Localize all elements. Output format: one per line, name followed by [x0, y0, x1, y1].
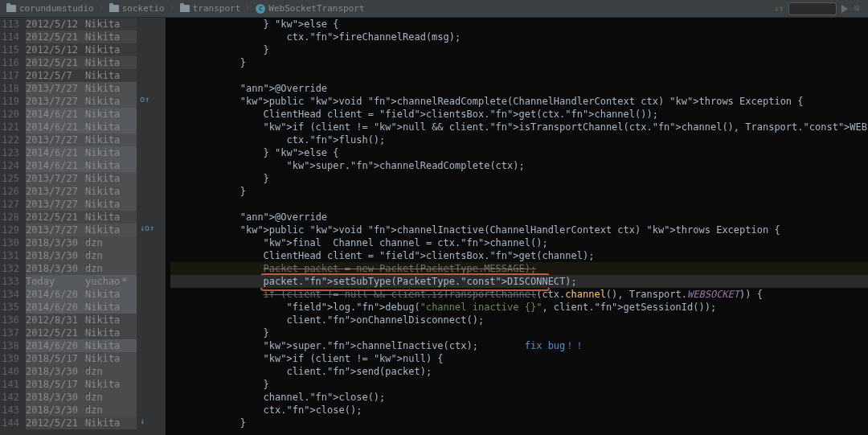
line-number[interactable]: 139: [0, 352, 19, 365]
code-line[interactable]: } "kw">else {: [170, 146, 868, 159]
code-line[interactable]: }: [170, 43, 868, 56]
line-number[interactable]: 117: [0, 69, 19, 82]
annotation-row[interactable]: 2012/5/12Nikita: [26, 18, 137, 31]
code-line[interactable]: "ann">@Override: [170, 82, 868, 95]
line-number[interactable]: 114: [0, 31, 19, 43]
code-line[interactable]: ClientHead client = "field">clientsBox."…: [170, 108, 868, 121]
code-line[interactable]: ctx."fn">fireChannelRead(msg);: [170, 31, 868, 43]
code-line[interactable]: }: [170, 172, 868, 185]
line-number[interactable]: 137: [0, 326, 19, 339]
code-line[interactable]: "kw">final Channel channel = ctx."fn">ch…: [170, 236, 868, 249]
line-number[interactable]: 136: [0, 314, 19, 326]
line-number[interactable]: 125: [0, 172, 19, 185]
annotation-row[interactable]: 2018/5/17Nikita: [26, 378, 137, 391]
annotation-row[interactable]: 2013/7/27Nikita: [26, 198, 137, 211]
vcs-status-icon[interactable]: ↓↑: [774, 4, 784, 13]
annotation-row[interactable]: 2012/5/21Nikita: [26, 211, 137, 224]
annotation-row[interactable]: 2012/8/31Nikita: [26, 314, 137, 326]
annotation-row[interactable]: 2013/7/27Nikita: [26, 172, 137, 185]
annotation-row[interactable]: 2014/6/20Nikita: [26, 288, 137, 301]
code-line[interactable]: ctx."fn">close();: [170, 404, 868, 417]
code-line[interactable]: }: [170, 417, 868, 429]
line-number[interactable]: 126: [0, 185, 19, 198]
code-area[interactable]: } "kw">else { ctx."fn">fireChannelRead(m…: [166, 18, 868, 435]
code-line[interactable]: packet."fn">setSubType(PacketType."const…: [170, 275, 868, 288]
stop-icon[interactable]: ⛭: [853, 3, 862, 14]
code-line[interactable]: ctx."fn">flush();: [170, 133, 868, 146]
line-number[interactable]: 140: [0, 365, 19, 378]
line-number[interactable]: 134: [0, 288, 19, 301]
code-line[interactable]: "ann">@Override: [170, 211, 868, 224]
annotation-row[interactable]: 2018/3/30dzn: [26, 404, 137, 417]
code-line[interactable]: "field">log."fn">debug("channel inactive…: [170, 301, 868, 314]
line-number[interactable]: 129: [0, 224, 19, 236]
code-line[interactable]: "kw">super."fn">channelInactive(ctx); fi…: [170, 339, 868, 352]
line-number[interactable]: 128: [0, 211, 19, 224]
annotation-row[interactable]: 2012/5/21Nikita: [26, 56, 137, 69]
annotation-row[interactable]: 2014/6/20Nikita: [26, 301, 137, 314]
line-number[interactable]: 130: [0, 236, 19, 249]
line-number[interactable]: 143: [0, 404, 19, 417]
code-line[interactable]: [170, 198, 868, 211]
code-line[interactable]: if (client != null && client.isTransport…: [170, 288, 868, 301]
line-number[interactable]: 116: [0, 56, 19, 69]
line-number[interactable]: 144: [0, 417, 19, 429]
annotation-row[interactable]: 2018/3/30dzn: [26, 249, 137, 262]
annotation-row[interactable]: 2018/3/30dzn: [26, 391, 137, 404]
annotation-row[interactable]: 2014/6/21Nikita: [26, 159, 137, 172]
annotation-row[interactable]: 2012/5/21Nikita: [26, 326, 137, 339]
annotation-row[interactable]: 2018/3/30dzn: [26, 236, 137, 249]
annotation-row[interactable]: 2014/6/21Nikita: [26, 146, 137, 159]
annotation-row[interactable]: 2018/5/17Nikita: [26, 352, 137, 365]
code-line[interactable]: "kw">if (client != "kw">null) {: [170, 352, 868, 365]
code-line[interactable]: }: [170, 56, 868, 69]
run-config-selector[interactable]: [788, 2, 837, 15]
code-line[interactable]: client."fn">send(packet);: [170, 365, 868, 378]
breadcrumb-item[interactable]: socketio: [109, 3, 165, 14]
code-line[interactable]: Packet packet = new Packet(PacketType.ME…: [170, 262, 868, 275]
override-marker-icon[interactable]: o↑: [140, 95, 149, 104]
breadcrumb-item[interactable]: c WebSocketTransport: [256, 3, 364, 14]
line-number[interactable]: 122: [0, 133, 19, 146]
line-number[interactable]: 127: [0, 198, 19, 211]
line-number[interactable]: 120: [0, 108, 19, 121]
annotation-row[interactable]: 2013/7/27Nikita: [26, 224, 137, 236]
line-number[interactable]: 131: [0, 249, 19, 262]
line-number[interactable]: 119: [0, 95, 19, 108]
annotation-row[interactable]: 2014/6/21Nikita: [26, 121, 137, 133]
annotation-row[interactable]: 2014/6/20Nikita: [26, 339, 137, 352]
code-line[interactable]: channel."fn">close();: [170, 391, 868, 404]
annotation-row[interactable]: 2012/5/12Nikita: [26, 43, 137, 56]
code-line[interactable]: "kw">public "kw">void "fn">channelReadCo…: [170, 95, 868, 108]
line-number[interactable]: 123: [0, 146, 19, 159]
code-line[interactable]: }: [170, 378, 868, 391]
line-number[interactable]: 124: [0, 159, 19, 172]
annotation-row[interactable]: 2018/3/30dzn: [26, 262, 137, 275]
code-line[interactable]: "kw">public "kw">void "fn">channelInacti…: [170, 224, 868, 236]
override-marker-icon[interactable]: ↓o↑: [140, 224, 154, 232]
play-icon[interactable]: [841, 5, 848, 13]
annotation-row[interactable]: 2013/7/27Nikita: [26, 95, 137, 108]
line-number[interactable]: 132: [0, 262, 19, 275]
code-line[interactable]: }: [170, 185, 868, 198]
code-line[interactable]: ClientHead client = "field">clientsBox."…: [170, 249, 868, 262]
breadcrumb-item[interactable]: transport: [180, 3, 241, 14]
code-line[interactable]: }: [170, 326, 868, 339]
code-line[interactable]: client."fn">onChannelDisconnect();: [170, 314, 868, 326]
annotation-row[interactable]: 2014/6/21Nikita: [26, 108, 137, 121]
annotation-row[interactable]: 2013/7/27Nikita: [26, 185, 137, 198]
override-marker-icon[interactable]: ↓: [140, 417, 145, 425]
code-line[interactable]: [170, 69, 868, 82]
annotation-row[interactable]: 2013/7/27Nikita: [26, 133, 137, 146]
line-number[interactable]: 118: [0, 82, 19, 95]
breadcrumb-item[interactable]: corundumstudio: [6, 3, 94, 14]
line-number[interactable]: 115: [0, 43, 19, 56]
line-number[interactable]: 138: [0, 339, 19, 352]
code-line[interactable]: } "kw">else {: [170, 18, 868, 31]
annotation-row[interactable]: 2013/7/27Nikita: [26, 82, 137, 95]
line-number[interactable]: 142: [0, 391, 19, 404]
vcs-annotate-column[interactable]: 2012/5/12Nikita2012/5/21Nikita2012/5/12N…: [23, 18, 137, 435]
annotation-row[interactable]: 2012/5/21Nikita: [26, 417, 137, 429]
line-number[interactable]: 135: [0, 301, 19, 314]
line-number[interactable]: 113: [0, 18, 19, 31]
